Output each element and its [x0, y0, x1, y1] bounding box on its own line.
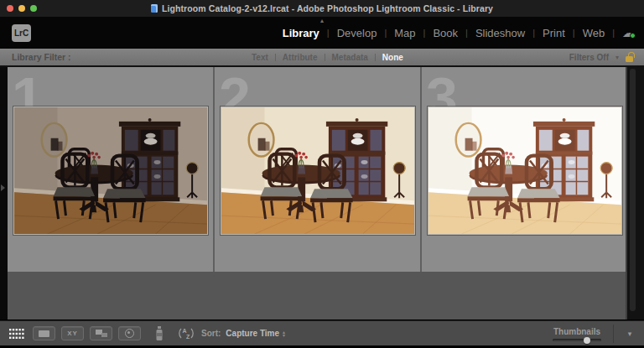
module-library[interactable]: Library [283, 27, 319, 39]
left-panel-reveal-arrow-icon[interactable] [1, 184, 5, 191]
survey-view-icon [96, 330, 107, 337]
library-filter-label: Library Filter : [12, 52, 71, 62]
module-slideshow[interactable]: Slideshow [475, 27, 525, 39]
sync-ok-dot-icon [630, 33, 636, 39]
grid-cell-3[interactable]: 3 [422, 67, 627, 272]
module-separator: | [465, 28, 468, 38]
people-view-icon [125, 329, 134, 338]
grid-cell-2[interactable]: 2 [215, 67, 420, 272]
dining-room-photo-art [14, 107, 207, 234]
filter-text-button[interactable]: Text [252, 53, 268, 62]
module-separator: | [532, 28, 535, 38]
module-separator: | [384, 28, 387, 38]
grid-scrollbar[interactable] [630, 69, 636, 311]
filter-separator [325, 54, 325, 61]
grid-empty-area [8, 272, 627, 319]
dining-room-photo-art [221, 107, 414, 234]
sort-dropdown-arrows-icon[interactable] [283, 330, 285, 337]
toolbar-divider [613, 325, 614, 343]
thumbnail-photo-underexposed[interactable] [13, 106, 208, 235]
grid-view-icon[interactable] [9, 329, 24, 339]
lightroom-window: Lightroom Catalog-2-v12.lrcat - Adobe Ph… [0, 0, 644, 348]
thumbnails-label: Thumbnails [553, 327, 600, 336]
zoom-button[interactable] [30, 5, 37, 12]
module-print[interactable]: Print [543, 27, 565, 39]
sort-criteria-dropdown[interactable]: Capture Time [226, 329, 279, 338]
grid-view-area: 1 [0, 67, 644, 319]
module-picker-bar: LrC Library | Develop | Map | Book | Sli… [0, 17, 644, 49]
minimize-button[interactable] [18, 5, 25, 12]
right-panel-collapsed-strip[interactable] [626, 67, 644, 319]
thumbnail-photo-overexposed[interactable] [428, 106, 622, 235]
loupe-view-icon [39, 330, 49, 337]
left-panel-collapsed-strip[interactable] [0, 67, 8, 319]
catalog-doc-icon [151, 4, 158, 13]
filters-off-dropdown[interactable]: Filters Off [569, 53, 609, 62]
dining-room-photo-art [428, 107, 621, 234]
lightroom-classic-logo: LrC [12, 24, 31, 42]
thumbnail-photo-normal[interactable] [221, 106, 415, 235]
filter-none-button[interactable]: None [382, 53, 403, 62]
sort-label: Sort: [201, 329, 221, 338]
filter-attribute-button[interactable]: Attribute [283, 53, 318, 62]
module-book[interactable]: Book [433, 27, 458, 39]
filter-options: Text Attribute Metadata None [252, 53, 403, 62]
grid-cell-1[interactable]: 1 [8, 67, 213, 272]
compare-view-button[interactable]: XY [61, 326, 84, 340]
titlebar: Lightroom Catalog-2-v12.lrcat - Adobe Ph… [0, 0, 644, 17]
survey-view-button[interactable] [90, 326, 112, 340]
module-web[interactable]: Web [583, 27, 605, 39]
thumbnail-grid: 1 [8, 67, 627, 272]
filter-separator [375, 54, 376, 61]
window-controls [7, 5, 37, 12]
thumbnails-slider[interactable] [553, 339, 601, 341]
module-map[interactable]: Map [394, 27, 415, 39]
svg-text:Z: Z [186, 334, 190, 340]
library-filter-bar: Library Filter : Text Attribute Metadata… [0, 49, 644, 67]
module-separator: | [423, 28, 426, 38]
module-picker: Library | Develop | Map | Book | Slidesh… [283, 17, 634, 49]
module-separator: | [573, 28, 575, 38]
cloud-sync-icon[interactable] [622, 27, 634, 39]
module-separator: | [612, 28, 615, 38]
compare-view-icon: XY [67, 330, 78, 337]
module-separator: | [327, 28, 330, 38]
painter-spray-can-icon[interactable] [154, 326, 164, 341]
window-title: Lightroom Catalog-2-v12.lrcat - Adobe Ph… [162, 3, 493, 13]
thumbnails-slider-handle[interactable] [584, 337, 590, 344]
filter-lock-icon[interactable] [626, 52, 634, 62]
toolbar-options-chevron-icon[interactable] [621, 330, 639, 338]
module-develop[interactable]: Develop [337, 27, 377, 39]
close-button[interactable] [7, 5, 13, 12]
toolbar: XY A Z Sort: Capture Time Thumbnails [0, 320, 644, 345]
filter-metadata-button[interactable]: Metadata [332, 53, 368, 62]
loupe-view-button[interactable] [33, 326, 55, 340]
thumbnails-size-control: Thumbnails [553, 325, 601, 341]
filters-caret-icon[interactable] [615, 54, 619, 61]
filter-separator [275, 54, 276, 61]
people-view-button[interactable] [118, 326, 141, 340]
sort-direction-icon[interactable]: A Z [178, 327, 195, 340]
